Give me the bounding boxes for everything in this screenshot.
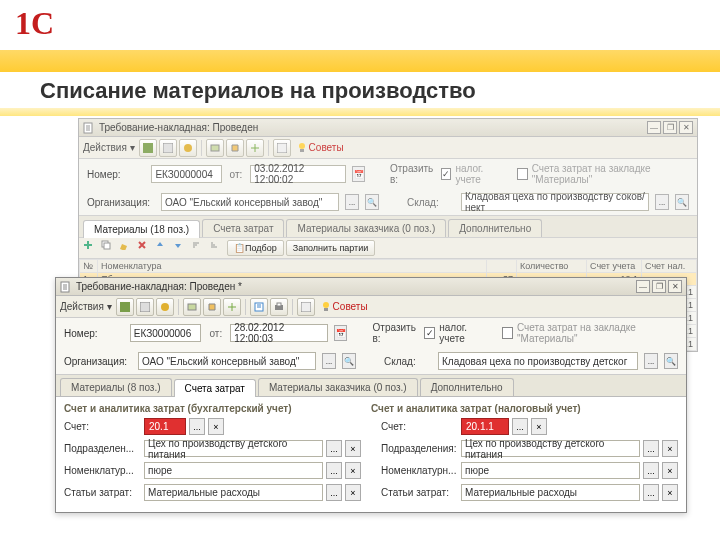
warehouse-select-button[interactable]: ... — [655, 194, 669, 210]
minimize-button[interactable]: — — [647, 121, 661, 134]
dept-select-button[interactable]: ... — [643, 440, 659, 457]
report-button[interactable] — [250, 298, 268, 316]
account-field-left[interactable]: 20.1 — [144, 418, 186, 435]
actions-menu[interactable]: Действия ▾ — [60, 301, 112, 312]
costitem-field-right[interactable]: Материальные расходы — [461, 484, 640, 501]
tab-cost-accounts[interactable]: Счета затрат — [202, 219, 284, 237]
toolbar-button[interactable] — [297, 298, 315, 316]
number-row: Номер: ЕКЗ0000004 от: 03.02.2012 12:00:0… — [79, 159, 697, 189]
toolbar-button[interactable] — [273, 139, 291, 157]
edit-row-button[interactable] — [119, 240, 135, 256]
warehouse-open-button[interactable]: 🔍 — [675, 194, 689, 210]
dept-field-right[interactable]: Цех по производству детского питания — [461, 440, 640, 457]
print-button[interactable] — [270, 298, 288, 316]
toolbar: Действия ▾ Советы — [79, 137, 697, 159]
org-field[interactable]: ОАО "Ельский консервный завод" — [138, 352, 316, 370]
toolbar-button[interactable] — [139, 139, 157, 157]
toolbar-button[interactable] — [183, 298, 201, 316]
number-field[interactable]: ЕКЗ0000004 — [151, 165, 221, 183]
close-button[interactable]: ✕ — [679, 121, 693, 134]
account-select-button[interactable]: ... — [189, 418, 205, 435]
dept-clear-button[interactable]: × — [662, 440, 678, 457]
org-select-button[interactable]: ... — [322, 353, 336, 369]
sort-button[interactable] — [191, 240, 207, 256]
nomgroup-field-left[interactable]: пюре — [144, 462, 323, 479]
toolbar-button[interactable] — [156, 298, 174, 316]
date-field[interactable]: 28.02.2012 12:00:03 — [230, 324, 328, 342]
post-button[interactable] — [116, 298, 134, 316]
org-open-button[interactable]: 🔍 — [365, 194, 379, 210]
titlebar[interactable]: Требование-накладная: Проведен * — ❐ ✕ — [56, 278, 686, 296]
logo: 1С — [15, 5, 75, 45]
costs-checkbox[interactable] — [517, 168, 528, 180]
date-picker-button[interactable]: 📅 — [352, 166, 364, 182]
tab-cost-accounts[interactable]: Счета затрат — [174, 379, 256, 397]
podbor-button[interactable]: 📋 Подбор — [227, 240, 284, 256]
fill-parties-button[interactable]: Заполнить партии — [286, 240, 376, 256]
account-select-button[interactable]: ... — [512, 418, 528, 435]
costitem-clear-button[interactable]: × — [345, 484, 361, 501]
move-down-button[interactable] — [173, 240, 189, 256]
org-select-button[interactable]: ... — [345, 194, 359, 210]
sort-button-2[interactable] — [209, 240, 225, 256]
toolbar-button[interactable] — [206, 139, 224, 157]
toolbar-button[interactable] — [246, 139, 264, 157]
nalog-checkbox[interactable]: ✓ — [424, 327, 435, 339]
toolbar-button[interactable] — [159, 139, 177, 157]
nomgroup-select-button[interactable]: ... — [643, 462, 659, 479]
actions-menu[interactable]: Действия ▾ — [83, 142, 135, 153]
toolbar-button[interactable] — [203, 298, 221, 316]
section-left-title: Счет и аналитика затрат (бухгалтерский у… — [64, 403, 371, 414]
toolbar-button[interactable] — [226, 139, 244, 157]
date-field[interactable]: 03.02.2012 12:00:02 — [250, 165, 346, 183]
tab-materials[interactable]: Материалы (8 поз.) — [60, 378, 172, 396]
tab-additional[interactable]: Дополнительно — [420, 378, 514, 396]
costs-checkbox[interactable] — [502, 327, 513, 339]
account-field-right[interactable]: 20.1.1 — [461, 418, 509, 435]
costitem-field-left[interactable]: Материальные расходы — [144, 484, 323, 501]
costitem-select-button[interactable]: ... — [643, 484, 659, 501]
delete-row-button[interactable] — [137, 240, 153, 256]
org-field[interactable]: ОАО "Ельский консервный завод" — [161, 193, 339, 211]
nomgroup-clear-button[interactable]: × — [662, 462, 678, 479]
nalog-checkbox[interactable]: ✓ — [441, 168, 452, 180]
copy-row-button[interactable] — [101, 240, 117, 256]
warehouse-field[interactable]: Кладовая цеха по производству детског — [438, 352, 638, 370]
account-clear-button[interactable]: × — [208, 418, 224, 435]
costitem-select-button[interactable]: ... — [326, 484, 342, 501]
number-field[interactable]: ЕКЗ0000006 — [130, 324, 202, 342]
svg-rect-20 — [324, 308, 328, 311]
dept-clear-button[interactable]: × — [345, 440, 361, 457]
tab-materials[interactable]: Материалы (18 поз.) — [83, 220, 200, 238]
toolbar-button[interactable] — [136, 298, 154, 316]
tabs-bar: Материалы (18 поз.) Счета затрат Материа… — [79, 215, 697, 237]
account-row-left: Счет: 20.1 ... × — [64, 418, 361, 435]
date-picker-button[interactable]: 📅 — [334, 325, 347, 341]
org-open-button[interactable]: 🔍 — [342, 353, 356, 369]
toolbar-button[interactable] — [223, 298, 241, 316]
tab-additional[interactable]: Дополнительно — [448, 219, 542, 237]
tab-customer-materials[interactable]: Материалы заказчика (0 поз.) — [286, 219, 446, 237]
account-clear-button[interactable]: × — [531, 418, 547, 435]
add-row-button[interactable] — [83, 240, 99, 256]
nomgroup-field-right[interactable]: пюре — [461, 462, 640, 479]
tips-link[interactable]: Советы — [321, 301, 368, 313]
tabs-bar: Материалы (8 поз.) Счета затрат Материал… — [56, 374, 686, 396]
maximize-button[interactable]: ❐ — [652, 280, 666, 293]
dept-select-button[interactable]: ... — [326, 440, 342, 457]
maximize-button[interactable]: ❐ — [663, 121, 677, 134]
warehouse-open-button[interactable]: 🔍 — [664, 353, 678, 369]
minimize-button[interactable]: — — [636, 280, 650, 293]
close-button[interactable]: ✕ — [668, 280, 682, 293]
tab-customer-materials[interactable]: Материалы заказчика (0 поз.) — [258, 378, 418, 396]
nomgroup-clear-button[interactable]: × — [345, 462, 361, 479]
tips-link[interactable]: Советы — [297, 142, 344, 154]
nomgroup-select-button[interactable]: ... — [326, 462, 342, 479]
warehouse-select-button[interactable]: ... — [644, 353, 658, 369]
toolbar-button[interactable] — [179, 139, 197, 157]
move-up-button[interactable] — [155, 240, 171, 256]
warehouse-field[interactable]: Кладовая цеха по производству соков/нект — [461, 193, 649, 211]
account-row-right: Счет: 20.1.1 ... × — [381, 418, 678, 435]
costitem-clear-button[interactable]: × — [662, 484, 678, 501]
dept-field-left[interactable]: Цех по производству детского питания — [144, 440, 323, 457]
